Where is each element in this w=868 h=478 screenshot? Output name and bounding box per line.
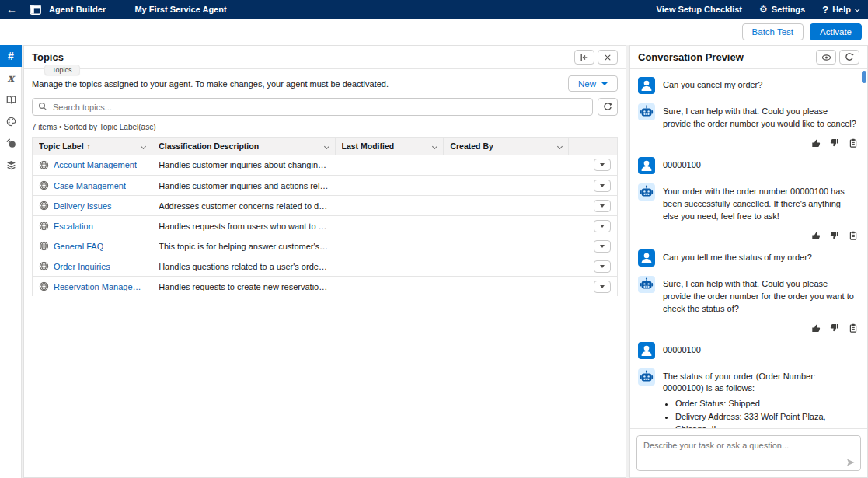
preview-visibility-button[interactable] <box>816 50 836 65</box>
close-icon <box>604 54 612 61</box>
row-actions-button[interactable] <box>594 159 611 171</box>
refresh-list-button[interactable] <box>598 98 618 116</box>
sidebar-item-voice[interactable] <box>0 132 22 154</box>
message-text: Can you tell me the status of my order? <box>663 252 812 264</box>
thumbs-up-icon[interactable] <box>811 138 821 148</box>
topic-globe-icon <box>39 201 49 211</box>
caret-down-icon <box>601 82 608 85</box>
send-icon[interactable] <box>845 458 856 467</box>
topic-globe-icon <box>39 221 49 231</box>
feedback-row <box>638 323 858 333</box>
chat-message: Your order with the order number 0000010… <box>638 183 858 223</box>
caret-down-icon <box>600 163 605 166</box>
table-row[interactable]: Escalation Handles requests from users w… <box>33 215 617 236</box>
created-by-cell <box>444 176 569 195</box>
collapse-icon <box>580 53 589 62</box>
copy-icon[interactable] <box>849 323 858 333</box>
last-modified-cell <box>336 277 444 296</box>
created-by-cell <box>444 256 569 276</box>
copy-icon[interactable] <box>849 138 858 148</box>
table-row[interactable]: General FAQ This topic is for helping an… <box>33 236 617 256</box>
column-header-last-modified[interactable]: Last Modified <box>336 138 444 155</box>
activate-button[interactable]: Activate <box>810 23 862 40</box>
created-by-cell <box>444 196 569 215</box>
back-arrow-icon[interactable]: ← <box>6 4 17 15</box>
chat-message: 00000100 <box>638 157 858 174</box>
thumbs-up-icon[interactable] <box>811 231 821 240</box>
thumbs-up-icon[interactable] <box>811 323 821 333</box>
chat-message: The status of your order (Order Number: … <box>638 368 858 429</box>
batch-test-button[interactable]: Batch Test <box>742 23 804 40</box>
refresh-icon <box>603 103 612 112</box>
action-bar: Batch Test Activate <box>0 19 868 45</box>
agent-avatar <box>638 276 655 293</box>
table-row[interactable]: Delivery Issues Addresses customer conce… <box>33 195 617 215</box>
chat-input[interactable] <box>637 436 860 470</box>
message-text: 00000100 <box>663 344 701 357</box>
user-avatar <box>638 342 655 359</box>
chevron-down-icon[interactable] <box>432 143 437 148</box>
sidebar-item-variables[interactable]: x <box>0 67 22 89</box>
voice-icon <box>6 138 16 148</box>
thumbs-down-icon[interactable] <box>830 231 839 240</box>
restart-conversation-button[interactable] <box>839 50 859 65</box>
copy-icon[interactable] <box>849 231 858 240</box>
chevron-down-icon[interactable] <box>323 143 329 148</box>
sidebar-item-knowledge[interactable] <box>0 89 22 110</box>
help-menu[interactable]: ? Help <box>822 4 859 16</box>
caret-down-icon <box>600 184 605 187</box>
chevron-down-icon[interactable] <box>141 143 146 148</box>
column-header-classification-description[interactable]: Classification Description <box>152 138 335 155</box>
message-text: 00000100 <box>663 159 701 172</box>
topic-link[interactable]: Account Management <box>54 160 137 169</box>
thumbs-down-icon[interactable] <box>830 138 839 148</box>
caret-down-icon <box>600 265 605 268</box>
topic-link[interactable]: Escalation <box>54 222 93 231</box>
table-row[interactable]: Reservation Management Handles requests … <box>33 276 617 296</box>
row-actions-button[interactable] <box>594 180 611 192</box>
new-topic-button[interactable]: New <box>568 75 618 92</box>
gear-icon: ⚙ <box>759 5 768 14</box>
created-by-cell <box>444 236 569 256</box>
table-row[interactable]: Order Inquiries Handles questions relate… <box>33 256 617 276</box>
sidebar-item-topics[interactable]: # <box>0 45 22 67</box>
topic-globe-icon <box>39 160 49 170</box>
agent-avatar <box>638 103 655 120</box>
messages-area: Can you cancel my order? Sure, I can hel… <box>630 69 867 428</box>
topic-link[interactable]: Case Management <box>54 181 126 190</box>
collapse-panel-button[interactable] <box>574 50 594 65</box>
column-header-actions <box>569 138 617 155</box>
row-actions-button[interactable] <box>594 260 611 273</box>
book-icon <box>6 95 16 105</box>
topic-link[interactable]: Delivery Issues <box>54 201 112 211</box>
table-body: Account Management Handles customer inqu… <box>33 155 617 296</box>
feedback-row <box>638 138 858 148</box>
topic-globe-icon <box>39 241 49 251</box>
view-setup-checklist-link[interactable]: View Setup Checklist <box>657 5 742 14</box>
column-header-created-by[interactable]: Created By <box>444 138 569 155</box>
row-actions-button[interactable] <box>594 240 611 253</box>
settings-link[interactable]: ⚙ Settings <box>759 5 805 14</box>
table-row[interactable]: Case Management Handles customer inquiri… <box>33 175 617 195</box>
table-row[interactable]: Account Management Handles customer inqu… <box>33 155 617 175</box>
column-header-topic-label[interactable]: Topic Label↑ <box>33 138 152 155</box>
thumbs-down-icon[interactable] <box>830 323 839 333</box>
search-topics-input[interactable] <box>32 98 593 116</box>
topic-description: This topic is for helping answer custome… <box>159 242 329 251</box>
close-panel-button[interactable] <box>598 50 618 65</box>
row-actions-button[interactable] <box>594 220 611 232</box>
sidebar-item-theme[interactable] <box>0 110 22 132</box>
row-actions-button[interactable] <box>594 200 611 212</box>
topic-description: Handles requests to create new reservati… <box>159 282 329 291</box>
chevron-down-icon[interactable] <box>557 143 563 148</box>
scrollbar-thumb[interactable] <box>862 71 866 83</box>
topic-link[interactable]: Order Inquiries <box>54 262 110 271</box>
app-launcher-icon[interactable] <box>30 5 41 15</box>
message-text: The status of your order (Order Number: … <box>663 371 858 396</box>
row-actions-button[interactable] <box>594 281 611 293</box>
topic-link[interactable]: General FAQ <box>54 242 103 251</box>
sidebar-item-layers[interactable] <box>0 154 22 176</box>
topic-link[interactable]: Reservation Management <box>54 282 146 291</box>
topic-description: Addresses customer concerns related to d… <box>159 201 329 211</box>
user-avatar <box>638 77 655 94</box>
